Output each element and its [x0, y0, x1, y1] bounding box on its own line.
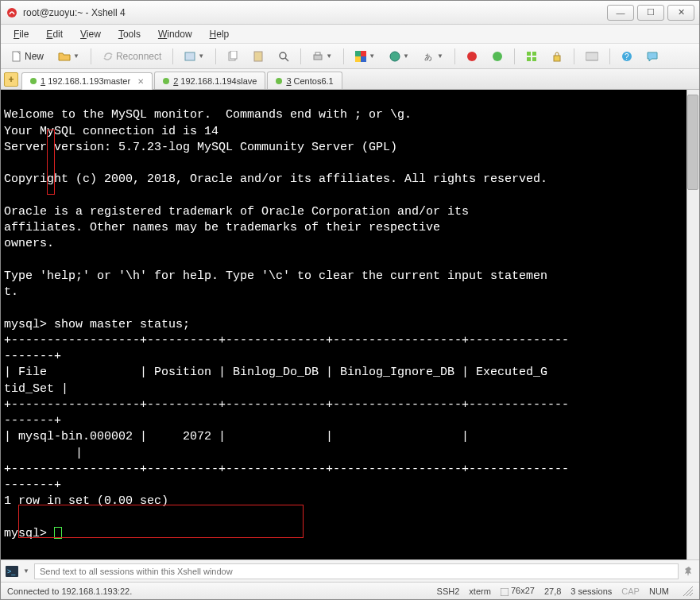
- dropdown-caret-icon: ▼: [437, 52, 443, 60]
- svg-rect-19: [532, 52, 536, 56]
- svg-point-14: [390, 52, 400, 61]
- find-button[interactable]: [273, 48, 295, 65]
- svg-text:あ: あ: [424, 52, 432, 61]
- svg-point-17: [493, 52, 502, 61]
- menu-view[interactable]: View: [72, 26, 109, 42]
- tab-label: 2 192.168.1.194slave: [173, 76, 257, 86]
- svg-rect-12: [355, 56, 361, 62]
- properties-button[interactable]: ▼: [179, 48, 210, 65]
- svg-rect-9: [315, 52, 320, 55]
- reconnect-icon: [102, 51, 114, 62]
- menu-window[interactable]: Window: [150, 26, 200, 42]
- font-button[interactable]: ▼: [384, 48, 415, 65]
- scrollbar-thumb[interactable]: [687, 95, 698, 190]
- svg-rect-20: [527, 57, 531, 61]
- menu-edit[interactable]: Edit: [38, 26, 71, 42]
- encoding-icon: あ: [423, 51, 435, 62]
- tab-label: 1 192.168.1.193master: [41, 76, 130, 86]
- encoding-button[interactable]: あ▼: [418, 48, 449, 65]
- folder-open-icon: [58, 51, 71, 62]
- print-button[interactable]: ▼: [307, 48, 338, 65]
- size-icon: [501, 588, 509, 596]
- globe-icon: [389, 51, 400, 62]
- menu-help[interactable]: Help: [202, 26, 238, 42]
- terminal-icon: >_: [6, 566, 18, 577]
- send-input[interactable]: [34, 563, 679, 579]
- maximize-button[interactable]: ☐: [637, 5, 664, 21]
- menu-file[interactable]: File: [6, 26, 37, 42]
- status-dot-icon: [276, 78, 282, 84]
- dropdown-caret-icon: ▼: [326, 52, 332, 60]
- tab-close-icon[interactable]: ✕: [137, 77, 144, 86]
- minimize-button[interactable]: —: [607, 5, 634, 21]
- open-button[interactable]: ▼: [52, 48, 85, 65]
- tile-icon: [526, 51, 537, 62]
- tab-2[interactable]: 2 192.168.1.194slave: [154, 72, 265, 89]
- new-button[interactable]: New: [6, 48, 49, 65]
- separator: [343, 48, 344, 64]
- terminal-output: Welcome to the MySQL monitor. Commands e…: [4, 108, 569, 540]
- svg-rect-10: [355, 51, 361, 56]
- svg-text:>_: >_: [7, 567, 16, 575]
- status-proto: SSH2: [437, 586, 460, 596]
- tab-3[interactable]: 3 Centos6.1: [267, 72, 342, 89]
- separator: [172, 48, 173, 64]
- xshell-icon-button[interactable]: [461, 48, 483, 65]
- scrollbar[interactable]: [686, 90, 699, 559]
- separator: [300, 48, 301, 64]
- dropdown-caret-icon: ▼: [369, 52, 375, 60]
- status-dot-icon: [163, 78, 169, 84]
- add-tab-button[interactable]: +: [4, 72, 18, 87]
- xshell-icon: [466, 51, 478, 62]
- tile-button[interactable]: [520, 48, 543, 65]
- lock-button[interactable]: [546, 48, 568, 65]
- window-title: root@zuoyu:~ - Xshell 4: [23, 7, 607, 18]
- color-scheme-button[interactable]: ▼: [350, 48, 381, 65]
- resize-grip-icon[interactable]: [683, 586, 693, 596]
- dropdown-caret-icon: ▼: [73, 52, 79, 60]
- svg-point-0: [7, 8, 17, 17]
- dropdown-caret-icon: ▼: [403, 52, 409, 60]
- svg-line-7: [285, 58, 288, 61]
- separator: [574, 48, 574, 64]
- svg-rect-21: [532, 57, 536, 61]
- tab-label: 3 Centos6.1: [286, 76, 333, 86]
- tab-1[interactable]: 1 192.168.1.193master ✕: [21, 72, 153, 90]
- svg-rect-8: [314, 55, 322, 60]
- keyboard-icon: [586, 52, 598, 61]
- tabbar: + 1 192.168.1.193master ✕ 2 192.168.1.19…: [1, 69, 699, 90]
- keyboard-button[interactable]: [580, 48, 604, 65]
- help-icon: ?: [621, 51, 632, 62]
- copy-button[interactable]: [222, 48, 244, 65]
- svg-rect-4: [230, 51, 237, 59]
- status-cap: CAP: [621, 586, 640, 596]
- paste-button[interactable]: [247, 48, 269, 65]
- separator: [514, 48, 515, 64]
- reconnect-button[interactable]: Reconnect: [97, 48, 167, 65]
- statusbar: Connected to 192.168.1.193:22. SSH2 xter…: [1, 582, 699, 599]
- help-button[interactable]: ?: [616, 48, 638, 65]
- cursor-icon: [54, 527, 62, 539]
- svg-point-16: [467, 52, 477, 61]
- reconnect-label: Reconnect: [116, 51, 161, 62]
- separator: [215, 48, 216, 64]
- chat-button[interactable]: [641, 48, 663, 65]
- pin-icon[interactable]: [683, 566, 694, 577]
- app-icon: [6, 6, 18, 19]
- xftp-button[interactable]: [486, 48, 509, 65]
- dropdown-caret-icon[interactable]: ▼: [23, 567, 29, 575]
- palette-icon: [355, 51, 366, 62]
- svg-rect-2: [185, 52, 195, 60]
- toolbar: New ▼ Reconnect ▼ ▼ ▼ ▼ あ▼ ?: [1, 44, 699, 69]
- status-size: 76x27: [501, 586, 535, 595]
- svg-rect-22: [554, 56, 560, 61]
- terminal[interactable]: Welcome to the MySQL monitor. Commands e…: [1, 90, 699, 559]
- menu-tools[interactable]: Tools: [110, 26, 149, 42]
- close-button[interactable]: ✕: [667, 5, 694, 21]
- svg-point-6: [280, 52, 286, 59]
- status-num: NUM: [649, 586, 669, 596]
- status-term: xterm: [469, 586, 491, 596]
- svg-rect-11: [361, 51, 366, 56]
- paste-icon: [253, 51, 264, 62]
- menubar: File Edit View Tools Window Help: [1, 25, 699, 44]
